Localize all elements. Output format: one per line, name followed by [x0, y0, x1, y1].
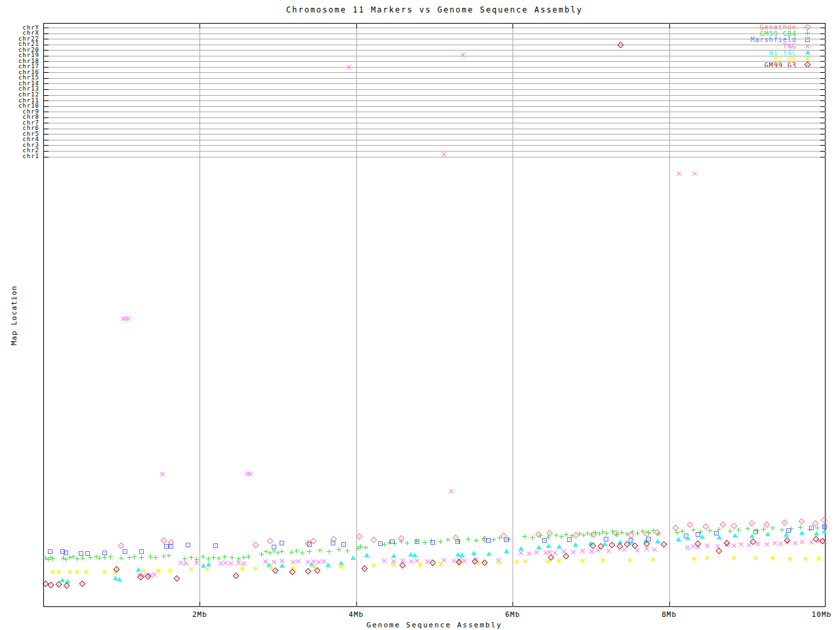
- left-tick: [44, 100, 49, 101]
- marker-wi-rh: [770, 556, 775, 560]
- marker-tng: [534, 550, 539, 555]
- left-tick: [44, 50, 49, 51]
- left-tick: [44, 33, 49, 34]
- marker-wi-yac: [459, 553, 465, 557]
- marker-wi-yac: [518, 546, 524, 551]
- marker-tng: [442, 152, 446, 157]
- star-icon: [805, 56, 810, 61]
- marker-gm99-gb4: [364, 545, 368, 550]
- marker-wi-yac: [350, 555, 356, 560]
- right-tick: [820, 123, 825, 123]
- chromosome-gridline: [44, 145, 826, 146]
- right-tick: [820, 140, 825, 140]
- left-tick: [44, 83, 49, 84]
- marker-gm99-gb4: [300, 551, 304, 555]
- marker-tng: [242, 561, 246, 566]
- right-tick: [820, 151, 825, 152]
- marker-wi-rh: [168, 568, 173, 573]
- marker-tng: [518, 551, 523, 555]
- marker-marshfield: [164, 544, 169, 549]
- marker-wi-yac: [486, 551, 492, 556]
- marker-gm99-gb4: [538, 534, 543, 538]
- marker-tng: [809, 540, 814, 545]
- marker-wi-yac: [799, 530, 805, 535]
- right-tick: [820, 67, 825, 68]
- right-tick: [820, 95, 825, 96]
- marker-gm99-gb4: [530, 536, 535, 540]
- marker-tng: [316, 560, 321, 564]
- marker-tng: [228, 561, 233, 566]
- right-tick: [820, 83, 825, 84]
- marker-gm99-gb4: [358, 544, 363, 549]
- marker-gm99-gb4: [127, 555, 132, 560]
- marker-gm99-gb4: [482, 536, 486, 541]
- marker-marshfield: [542, 538, 547, 543]
- marker-gm99-gb4: [614, 532, 619, 537]
- mb-gridline: [669, 23, 670, 607]
- marker-wi-yac: [471, 551, 476, 555]
- bottom-tick: [356, 602, 357, 606]
- marker-gm99-gb4: [646, 530, 651, 535]
- marker-gm99-gb4: [211, 555, 216, 560]
- marker-gm99-gb4: [139, 555, 144, 560]
- marker-wi-yac: [676, 537, 681, 541]
- marker-wi-yac: [822, 529, 827, 534]
- marker-marshfield: [280, 541, 284, 545]
- marker-gm99-gb4: [707, 528, 712, 533]
- marker-tng: [685, 545, 690, 550]
- right-tick: [820, 117, 825, 118]
- marker-tng: [194, 560, 199, 565]
- top-tick: [825, 24, 826, 28]
- x-tick-label: 2Mb: [180, 611, 219, 618]
- marker-marshfield: [307, 542, 312, 547]
- bottom-tick: [825, 602, 826, 606]
- marker-tng: [755, 541, 760, 546]
- marker-gm99-gb4: [230, 555, 234, 560]
- marker-marshfield: [331, 541, 335, 545]
- left-tick: [44, 151, 49, 152]
- marker-gm99-gb4: [651, 528, 656, 533]
- right-tick: [820, 39, 825, 39]
- marker-gm99-gb4: [620, 530, 624, 535]
- marker-marshfield: [79, 551, 83, 556]
- marker-tng: [800, 539, 805, 544]
- chromosome-gridline: [44, 83, 826, 84]
- marker-gm99-gb4: [148, 555, 153, 559]
- marker-tng: [272, 560, 276, 564]
- right-tick: [820, 50, 825, 51]
- marker-marshfield: [486, 538, 491, 543]
- marker-gm99-gb4: [728, 529, 732, 534]
- left-tick: [44, 134, 49, 135]
- marker-tng: [296, 559, 301, 564]
- marker-wi-rh: [141, 568, 146, 573]
- marker-tng: [553, 551, 557, 555]
- marker-gm99-gb4: [242, 555, 246, 560]
- marker-wi-rh: [438, 562, 443, 566]
- bottom-tick: [200, 602, 200, 606]
- marker-marshfield: [455, 539, 460, 544]
- marker-wi-rh: [523, 559, 528, 564]
- left-tick: [44, 28, 49, 28]
- chromosome-gridline: [44, 95, 826, 96]
- marker-tng: [160, 472, 165, 476]
- marker-tng: [547, 550, 552, 555]
- mb-gridline: [356, 23, 357, 607]
- marker-tng: [732, 543, 736, 548]
- chromosome-gridline: [44, 134, 826, 135]
- marker-marshfield: [85, 551, 90, 556]
- right-tick: [820, 106, 825, 107]
- bottom-tick: [513, 602, 513, 606]
- marker-gm99-gb4: [691, 528, 696, 532]
- marker-wi-rh: [418, 562, 423, 567]
- left-tick: [44, 61, 49, 62]
- left-tick: [44, 123, 49, 123]
- marker-marshfield: [430, 540, 435, 545]
- right-tick: [820, 112, 825, 112]
- marker-wi-rh: [391, 562, 396, 567]
- marker-tng: [772, 541, 777, 545]
- marker-gm99-gb4: [246, 555, 251, 559]
- marker-wi-rh: [705, 556, 709, 560]
- marker-wi-rh: [189, 567, 194, 572]
- left-tick: [44, 117, 49, 118]
- left-tick: [44, 95, 49, 96]
